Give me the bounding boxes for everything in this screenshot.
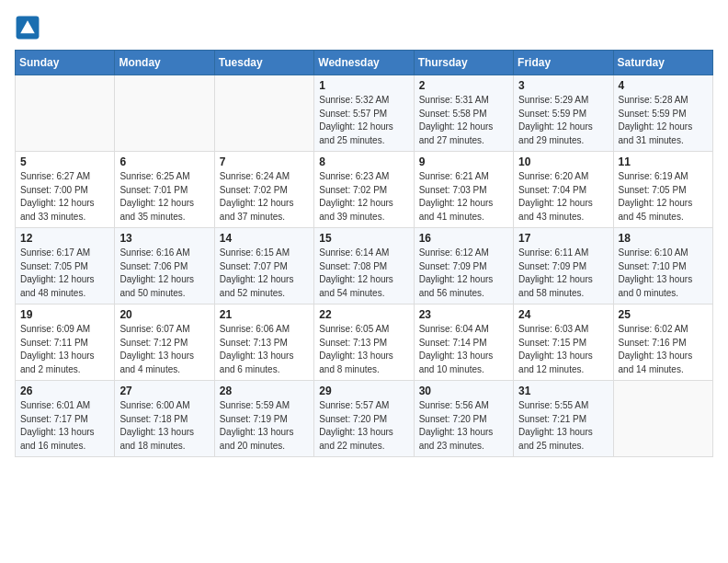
day-info: Sunrise: 5:31 AM Sunset: 5:58 PM Dayligh… xyxy=(419,94,508,147)
day-info: Sunrise: 5:57 AM Sunset: 7:20 PM Dayligh… xyxy=(319,399,408,453)
day-number: 2 xyxy=(419,79,508,92)
day-number: 22 xyxy=(319,308,408,321)
day-cell: 15Sunrise: 6:14 AM Sunset: 7:08 PM Dayli… xyxy=(314,228,414,304)
day-info: Sunrise: 6:25 AM Sunset: 7:01 PM Dayligh… xyxy=(119,170,209,224)
day-number: 3 xyxy=(518,79,608,92)
day-info: Sunrise: 5:56 AM Sunset: 7:20 PM Dayligh… xyxy=(419,399,508,453)
day-number: 30 xyxy=(419,385,508,397)
day-info: Sunrise: 6:24 AM Sunset: 7:02 PM Dayligh… xyxy=(220,170,309,224)
day-info: Sunrise: 6:14 AM Sunset: 7:08 PM Dayligh… xyxy=(319,247,408,300)
week-row-2: 5Sunrise: 6:27 AM Sunset: 7:00 PM Daylig… xyxy=(16,152,713,228)
day-number: 12 xyxy=(20,232,109,245)
day-cell: 11Sunrise: 6:19 AM Sunset: 7:05 PM Dayli… xyxy=(613,152,712,228)
day-info: Sunrise: 6:05 AM Sunset: 7:13 PM Dayligh… xyxy=(319,323,408,376)
day-cell: 23Sunrise: 6:04 AM Sunset: 7:14 PM Dayli… xyxy=(414,304,513,381)
week-row-1: 1Sunrise: 5:32 AM Sunset: 5:57 PM Daylig… xyxy=(16,75,713,152)
day-cell: 30Sunrise: 5:56 AM Sunset: 7:20 PM Dayli… xyxy=(414,381,513,457)
day-cell xyxy=(115,75,214,152)
day-number: 8 xyxy=(319,155,408,168)
day-number: 27 xyxy=(119,385,209,397)
day-number: 28 xyxy=(220,385,309,397)
day-info: Sunrise: 6:27 AM Sunset: 7:00 PM Dayligh… xyxy=(20,170,109,224)
day-info: Sunrise: 6:03 AM Sunset: 7:15 PM Dayligh… xyxy=(518,323,608,376)
weekday-header-row: SundayMondayTuesdayWednesdayThursdayFrid… xyxy=(16,51,713,75)
day-cell: 10Sunrise: 6:20 AM Sunset: 7:04 PM Dayli… xyxy=(514,152,613,228)
day-number: 26 xyxy=(20,385,109,397)
day-info: Sunrise: 5:55 AM Sunset: 7:21 PM Dayligh… xyxy=(518,399,608,453)
day-cell: 24Sunrise: 6:03 AM Sunset: 7:15 PM Dayli… xyxy=(514,304,613,381)
week-row-5: 26Sunrise: 6:01 AM Sunset: 7:17 PM Dayli… xyxy=(16,381,713,457)
day-cell: 29Sunrise: 5:57 AM Sunset: 7:20 PM Dayli… xyxy=(314,381,414,457)
weekday-header-saturday: Saturday xyxy=(613,51,712,75)
day-cell: 4Sunrise: 5:28 AM Sunset: 5:59 PM Daylig… xyxy=(613,75,712,152)
day-cell: 31Sunrise: 5:55 AM Sunset: 7:21 PM Dayli… xyxy=(514,381,613,457)
day-number: 16 xyxy=(419,232,508,245)
day-number: 21 xyxy=(220,308,309,321)
day-info: Sunrise: 5:32 AM Sunset: 5:57 PM Dayligh… xyxy=(319,94,408,147)
day-info: Sunrise: 6:23 AM Sunset: 7:02 PM Dayligh… xyxy=(319,170,408,224)
day-number: 9 xyxy=(419,155,508,168)
day-number: 14 xyxy=(220,232,309,245)
page-header xyxy=(15,15,713,40)
day-info: Sunrise: 6:21 AM Sunset: 7:03 PM Dayligh… xyxy=(419,170,508,224)
day-info: Sunrise: 6:00 AM Sunset: 7:18 PM Dayligh… xyxy=(119,399,209,453)
day-cell: 21Sunrise: 6:06 AM Sunset: 7:13 PM Dayli… xyxy=(214,304,313,381)
day-cell: 16Sunrise: 6:12 AM Sunset: 7:09 PM Dayli… xyxy=(414,228,513,304)
day-number: 5 xyxy=(20,155,109,168)
day-number: 11 xyxy=(619,155,708,168)
day-number: 24 xyxy=(518,308,608,321)
day-number: 29 xyxy=(319,385,408,397)
day-info: Sunrise: 6:10 AM Sunset: 7:10 PM Dayligh… xyxy=(619,247,708,300)
day-info: Sunrise: 6:17 AM Sunset: 7:05 PM Dayligh… xyxy=(20,247,109,300)
day-cell: 7Sunrise: 6:24 AM Sunset: 7:02 PM Daylig… xyxy=(214,152,313,228)
day-cell: 25Sunrise: 6:02 AM Sunset: 7:16 PM Dayli… xyxy=(613,304,712,381)
day-cell: 6Sunrise: 6:25 AM Sunset: 7:01 PM Daylig… xyxy=(115,152,214,228)
day-number: 6 xyxy=(119,155,209,168)
day-info: Sunrise: 5:28 AM Sunset: 5:59 PM Dayligh… xyxy=(619,94,708,147)
day-info: Sunrise: 6:16 AM Sunset: 7:06 PM Dayligh… xyxy=(119,247,209,300)
week-row-4: 19Sunrise: 6:09 AM Sunset: 7:11 PM Dayli… xyxy=(16,304,713,381)
day-cell: 2Sunrise: 5:31 AM Sunset: 5:58 PM Daylig… xyxy=(414,75,513,152)
day-number: 25 xyxy=(619,308,708,321)
day-cell: 28Sunrise: 5:59 AM Sunset: 7:19 PM Dayli… xyxy=(214,381,313,457)
day-info: Sunrise: 6:20 AM Sunset: 7:04 PM Dayligh… xyxy=(518,170,608,224)
day-info: Sunrise: 5:29 AM Sunset: 5:59 PM Dayligh… xyxy=(518,94,608,147)
day-cell: 26Sunrise: 6:01 AM Sunset: 7:17 PM Dayli… xyxy=(16,381,115,457)
day-cell: 1Sunrise: 5:32 AM Sunset: 5:57 PM Daylig… xyxy=(314,75,414,152)
day-number: 1 xyxy=(319,79,408,92)
logo-icon xyxy=(15,15,40,40)
day-cell: 12Sunrise: 6:17 AM Sunset: 7:05 PM Dayli… xyxy=(16,228,115,304)
day-number: 18 xyxy=(619,232,708,245)
day-cell: 19Sunrise: 6:09 AM Sunset: 7:11 PM Dayli… xyxy=(16,304,115,381)
day-info: Sunrise: 6:11 AM Sunset: 7:09 PM Dayligh… xyxy=(518,247,608,300)
day-cell: 5Sunrise: 6:27 AM Sunset: 7:00 PM Daylig… xyxy=(16,152,115,228)
day-info: Sunrise: 6:02 AM Sunset: 7:16 PM Dayligh… xyxy=(619,323,708,376)
weekday-header-friday: Friday xyxy=(514,51,613,75)
day-cell: 8Sunrise: 6:23 AM Sunset: 7:02 PM Daylig… xyxy=(314,152,414,228)
day-number: 15 xyxy=(319,232,408,245)
day-number: 17 xyxy=(518,232,608,245)
day-info: Sunrise: 6:07 AM Sunset: 7:12 PM Dayligh… xyxy=(119,323,209,376)
calendar-table: SundayMondayTuesdayWednesdayThursdayFrid… xyxy=(15,50,713,457)
day-info: Sunrise: 6:06 AM Sunset: 7:13 PM Dayligh… xyxy=(220,323,309,376)
weekday-header-monday: Monday xyxy=(115,51,214,75)
day-number: 4 xyxy=(619,79,708,92)
day-cell xyxy=(214,75,313,152)
day-number: 13 xyxy=(119,232,209,245)
day-cell: 14Sunrise: 6:15 AM Sunset: 7:07 PM Dayli… xyxy=(214,228,313,304)
day-cell: 22Sunrise: 6:05 AM Sunset: 7:13 PM Dayli… xyxy=(314,304,414,381)
day-cell: 9Sunrise: 6:21 AM Sunset: 7:03 PM Daylig… xyxy=(414,152,513,228)
day-number: 31 xyxy=(518,385,608,397)
week-row-3: 12Sunrise: 6:17 AM Sunset: 7:05 PM Dayli… xyxy=(16,228,713,304)
day-number: 20 xyxy=(119,308,209,321)
weekday-header-tuesday: Tuesday xyxy=(214,51,313,75)
day-number: 23 xyxy=(419,308,508,321)
day-info: Sunrise: 6:09 AM Sunset: 7:11 PM Dayligh… xyxy=(20,323,109,376)
day-cell: 18Sunrise: 6:10 AM Sunset: 7:10 PM Dayli… xyxy=(613,228,712,304)
day-info: Sunrise: 6:04 AM Sunset: 7:14 PM Dayligh… xyxy=(419,323,508,376)
day-info: Sunrise: 6:12 AM Sunset: 7:09 PM Dayligh… xyxy=(419,247,508,300)
day-cell: 3Sunrise: 5:29 AM Sunset: 5:59 PM Daylig… xyxy=(514,75,613,152)
day-number: 10 xyxy=(518,155,608,168)
day-cell: 20Sunrise: 6:07 AM Sunset: 7:12 PM Dayli… xyxy=(115,304,214,381)
day-number: 7 xyxy=(220,155,309,168)
